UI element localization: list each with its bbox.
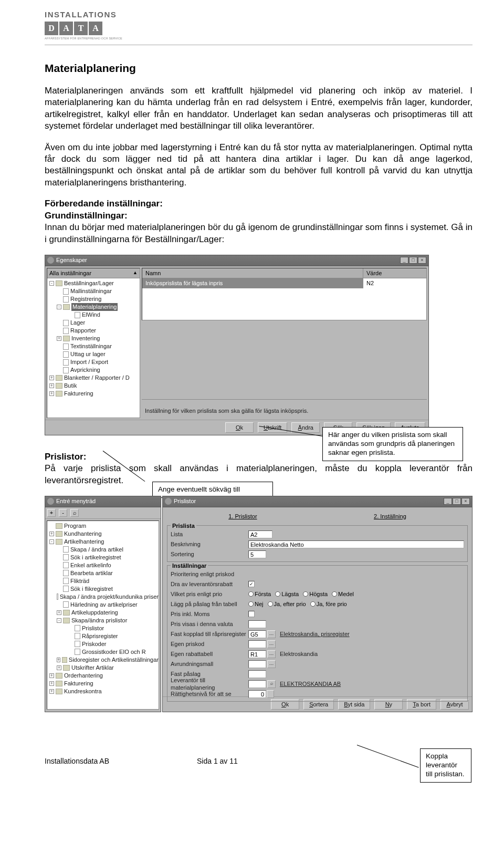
close-button[interactable]: × bbox=[461, 498, 470, 505]
tree-item[interactable]: +Sidoregister och Artikelinställningar bbox=[47, 656, 159, 664]
tree-item[interactable]: -Skapa/ändra prislistor bbox=[47, 617, 159, 624]
toolbar-plus-button[interactable]: + bbox=[47, 509, 56, 517]
tree-item[interactable]: +Kundreskontra bbox=[47, 688, 159, 695]
radio-hogsta[interactable] bbox=[303, 591, 308, 597]
tree-item[interactable]: Sök i artikelregistret bbox=[47, 554, 159, 561]
tree-item[interactable]: Härledning av artikelpriser bbox=[47, 601, 159, 609]
minimize-button[interactable]: _ bbox=[400, 257, 408, 264]
checkbox-moms[interactable] bbox=[248, 611, 255, 617]
tree-item[interactable]: +Butik bbox=[47, 382, 140, 390]
tree-item[interactable]: -Artikelhantering bbox=[47, 538, 159, 546]
titlebar[interactable]: Entré menyträd bbox=[45, 496, 161, 507]
tree-item[interactable]: Uttag ur lager bbox=[47, 350, 140, 358]
radio-ja-fore[interactable] bbox=[310, 601, 316, 607]
collapse-icon[interactable]: - bbox=[57, 305, 61, 309]
close-button[interactable]: × bbox=[418, 257, 426, 264]
tree-item[interactable]: Flikträd bbox=[47, 577, 159, 585]
tree-item[interactable]: Rapporter bbox=[47, 327, 140, 335]
expand-icon[interactable]: + bbox=[49, 673, 54, 678]
expand-icon[interactable]: + bbox=[49, 689, 54, 694]
tree-item[interactable]: Lager bbox=[47, 319, 140, 327]
lookup-button[interactable]: … bbox=[267, 640, 276, 648]
expand-icon[interactable]: + bbox=[57, 658, 60, 662]
lookup-button[interactable]: … bbox=[267, 650, 276, 658]
tree-item[interactable]: Mallinställningar bbox=[47, 287, 140, 295]
expand-icon[interactable]: + bbox=[49, 391, 54, 396]
tree-item[interactable]: Registrering bbox=[47, 295, 140, 303]
tab-prislistor[interactable]: 1. Prislistor bbox=[228, 513, 257, 520]
tree-item[interactable]: +Orderhantering bbox=[47, 672, 159, 680]
input-rapris[interactable]: G5 bbox=[248, 630, 266, 638]
radio-lagsta[interactable] bbox=[275, 591, 280, 597]
tree-item[interactable]: +Fakturering bbox=[47, 680, 159, 688]
document-icon bbox=[75, 625, 80, 631]
tree-item[interactable]: Råprisregister bbox=[47, 632, 159, 640]
input-fastpaslag[interactable] bbox=[248, 670, 266, 678]
scroll-up-icon[interactable]: ▲ bbox=[133, 270, 138, 276]
expand-icon[interactable]: + bbox=[49, 532, 54, 536]
expand-icon[interactable]: + bbox=[57, 336, 61, 341]
tree-item[interactable]: Prislistor bbox=[47, 624, 159, 632]
radio-ja-efter[interactable] bbox=[268, 601, 273, 607]
tree-item[interactable]: Skapa / ändra artikel bbox=[47, 546, 159, 554]
tree-item[interactable]: +Utskrifter Artiklar bbox=[47, 664, 159, 672]
collapse-icon[interactable]: - bbox=[49, 281, 54, 286]
tree-item[interactable]: Textinställningar bbox=[47, 342, 140, 350]
input-lista[interactable]: A2 bbox=[248, 530, 272, 538]
tree-item[interactable]: Grossistkoder EIO och R bbox=[47, 648, 159, 656]
input-beskrivning[interactable]: Elektroskandia Netto bbox=[248, 540, 464, 548]
tree-item[interactable]: +Kundhantering bbox=[47, 530, 159, 538]
tree-item[interactable]: Program bbox=[47, 522, 159, 530]
input-rabatt[interactable]: R1 bbox=[248, 650, 266, 658]
tree-item[interactable]: -Materialplanering bbox=[47, 303, 140, 311]
collapse-icon[interactable]: - bbox=[57, 618, 61, 623]
edit-button[interactable]: Ändra bbox=[291, 422, 320, 433]
settings-grid[interactable]: Namn Värde Inköpsprislista för lägsta in… bbox=[142, 268, 427, 320]
toolbar-minus-button[interactable]: - bbox=[59, 509, 67, 517]
tree-item[interactable]: Enkel artikelinfo bbox=[47, 561, 159, 569]
minimize-button[interactable]: _ bbox=[444, 498, 452, 505]
lookup-button[interactable]: ⌕ bbox=[267, 680, 276, 688]
titlebar[interactable]: Egenskaper _ □ × bbox=[45, 255, 428, 266]
input-rattighet[interactable]: 0 bbox=[248, 690, 266, 698]
tree-item[interactable]: +Inventering bbox=[47, 335, 140, 342]
print-button[interactable]: Utskrift bbox=[258, 422, 287, 433]
expand-icon[interactable]: + bbox=[57, 665, 61, 670]
titlebar[interactable]: Prislistor _ □ × bbox=[163, 496, 472, 507]
radio-nej[interactable] bbox=[248, 601, 254, 607]
checkbox-dra[interactable]: ✓ bbox=[248, 581, 255, 587]
maximize-button[interactable]: □ bbox=[453, 498, 461, 505]
toolbar-search-button[interactable]: ⌕ bbox=[70, 509, 79, 517]
tree-item[interactable]: +Blanketter / Rapporter / D bbox=[47, 374, 140, 382]
tree-item[interactable]: ElWind bbox=[47, 311, 140, 319]
input-avrundning[interactable] bbox=[248, 660, 266, 668]
grid-cell-name[interactable]: Inköpsprislista för lägsta inpris bbox=[142, 278, 363, 288]
expand-icon[interactable]: + bbox=[49, 383, 54, 388]
lookup-button[interactable]: … bbox=[267, 630, 276, 638]
spinner[interactable] bbox=[267, 690, 274, 698]
input-valuta[interactable] bbox=[248, 620, 266, 628]
tab-installning[interactable]: 2. Inställning bbox=[374, 513, 406, 520]
radio-forsta[interactable] bbox=[248, 591, 254, 597]
input-leverantor[interactable] bbox=[248, 680, 266, 688]
tree-item[interactable]: Bearbeta artiklar bbox=[47, 569, 159, 577]
tree-item[interactable]: -Beställningar/Lager bbox=[47, 279, 140, 287]
tree-item[interactable]: Skapa / ändra projekt/kundunika priser bbox=[47, 593, 159, 601]
tree-item[interactable]: +Artikeluppdatering bbox=[47, 609, 159, 617]
input-priskod[interactable] bbox=[248, 640, 266, 648]
radio-medel[interactable] bbox=[332, 591, 337, 597]
ok-button[interactable]: Ok bbox=[225, 422, 254, 433]
input-sortering[interactable]: 5 bbox=[248, 550, 266, 558]
collapse-icon[interactable]: - bbox=[49, 539, 54, 544]
tree-item[interactable]: Avprickning bbox=[47, 366, 140, 374]
tree-item[interactable]: Priskoder bbox=[47, 640, 159, 648]
grid-cell-value[interactable]: N2 bbox=[363, 278, 426, 288]
expand-icon[interactable]: + bbox=[57, 610, 61, 615]
expand-icon[interactable]: + bbox=[49, 376, 54, 380]
tree-item[interactable]: Sök i flikregistret bbox=[47, 585, 159, 593]
tree-item[interactable]: +Fakturering bbox=[47, 390, 140, 398]
expand-icon[interactable]: + bbox=[49, 681, 54, 686]
lookup-button[interactable]: … bbox=[267, 660, 276, 668]
tree-item[interactable]: Import / Export bbox=[47, 358, 140, 366]
maximize-button[interactable]: □ bbox=[409, 257, 417, 264]
